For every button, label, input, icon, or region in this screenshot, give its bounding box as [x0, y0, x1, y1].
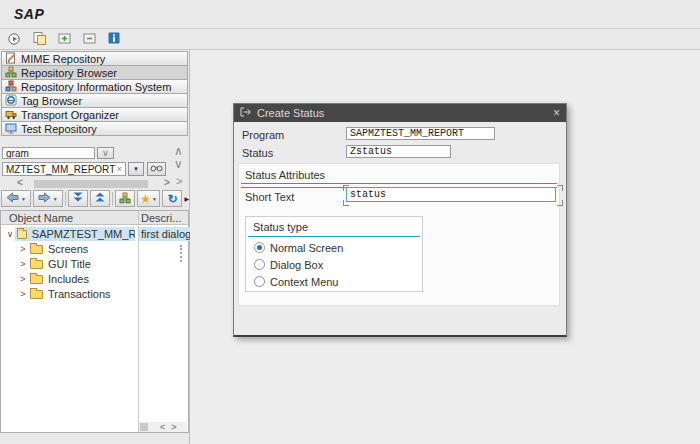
tree-row-transactions[interactable]: > Transactions — [18, 287, 113, 301]
tree-row-screens[interactable]: > Screens — [18, 242, 90, 256]
tree-collapsed-icon[interactable]: > — [18, 289, 28, 299]
status-attributes-title: Status Attributes — [245, 169, 325, 181]
scroll-down-icon[interactable]: ∨ — [174, 159, 183, 169]
move-up-button[interactable] — [90, 190, 110, 207]
dialog-body: Program SAPMZTEST_MM_REPORT Status Zstat… — [234, 122, 566, 335]
column-header-object-name[interactable]: Object Name — [9, 212, 73, 224]
copy-page-icon — [32, 31, 47, 48]
favorites-button[interactable]: ★ ▼ — [137, 190, 161, 207]
refresh-button[interactable]: ↻ — [162, 190, 182, 207]
sidebar-item-transport-organizer[interactable]: Transport Organizer — [1, 107, 188, 122]
program-label: Program — [242, 129, 284, 141]
section-divider — [248, 236, 420, 237]
tree-collapsed-icon[interactable]: > — [18, 259, 28, 269]
collapse-all-button[interactable] — [79, 30, 99, 49]
sidebar-item-label: Test Repository — [21, 123, 97, 135]
tree-header-row: Object Name Descri... — [1, 211, 188, 225]
radio-dialog-box[interactable] — [254, 259, 265, 270]
hscroll-left-arrow[interactable]: < — [160, 422, 165, 432]
status-field[interactable]: Zstatus — [346, 145, 451, 158]
description-scroll-thumb[interactable] — [180, 245, 185, 262]
clock-icon — [7, 31, 22, 48]
forward-button[interactable]: ▼ — [33, 190, 63, 207]
expand-plus-icon — [57, 31, 72, 48]
tree-root-cell[interactable]: SAPMZTEST_MM_REPORT — [15, 227, 135, 241]
tree-item-label: Transactions — [46, 288, 113, 300]
info-button[interactable] — [104, 30, 124, 49]
star-icon: ★ — [140, 193, 151, 205]
tree-item-label: GUI Title — [46, 258, 93, 270]
repository-browser-icon — [5, 66, 17, 80]
hscroll-thumb[interactable] — [34, 180, 148, 188]
radio-normal-screen-label[interactable]: Normal Screen — [270, 242, 343, 254]
tree-root-name: SAPMZTEST_MM_REPORT — [30, 228, 135, 240]
tree-toolbar: ▼ ▼ ★ ▼ ↻ ▶ — [1, 190, 189, 207]
hscroll-left-arrow[interactable]: < — [17, 178, 23, 188]
hscroll-right-arrow[interactable]: > — [171, 422, 176, 432]
tree-collapsed-icon[interactable]: > — [18, 244, 28, 254]
radio-context-menu-label[interactable]: Context Menu — [270, 276, 338, 288]
focus-handle — [343, 185, 349, 191]
move-down-button[interactable] — [68, 190, 88, 207]
copy-page-button[interactable] — [29, 30, 49, 49]
tree-row-root[interactable]: ∨ SAPMZTEST_MM_REPORT first dialog pr — [1, 227, 187, 241]
sidebar-item-repository-information-system[interactable]: Repository Information System — [1, 79, 188, 94]
expand-all-button[interactable] — [54, 30, 74, 49]
program-field[interactable]: SAPMZTEST_MM_REPORT — [346, 127, 495, 140]
create-status-icon — [240, 107, 252, 119]
status-type-title: Status type — [253, 221, 308, 233]
focus-handle — [557, 185, 563, 191]
sidebar-item-test-repository[interactable]: Test Repository — [1, 121, 188, 136]
scroll-right-icon[interactable]: > — [176, 176, 182, 186]
column-divider[interactable] — [138, 211, 139, 432]
forward-arrow-icon — [38, 192, 51, 205]
status-attributes-panel: Status Attributes Short Text status Stat… — [238, 163, 560, 306]
object-name-input[interactable]: MZTEST_MM_REPORT × — [2, 162, 126, 176]
back-arrow-icon — [6, 192, 19, 205]
sidebar-item-label: Tag Browser — [21, 95, 82, 107]
short-text-field[interactable]: status — [346, 187, 556, 202]
radio-dialog-box-label[interactable]: Dialog Box — [270, 259, 323, 271]
transport-organizer-icon — [5, 108, 17, 122]
repository-information-system-icon — [5, 80, 17, 94]
object-name-value: MZTEST_MM_REPORT — [6, 164, 115, 175]
sidebar-item-mime-repository[interactable]: MIME Repository — [1, 51, 188, 66]
close-icon[interactable]: × — [553, 107, 560, 119]
clear-icon[interactable]: × — [117, 164, 122, 174]
folder-icon — [30, 290, 43, 299]
sidebar-item-label: Transport Organizer — [21, 109, 119, 121]
hierarchy-button[interactable] — [115, 190, 135, 207]
sidebar-item-label: Repository Browser — [21, 67, 117, 79]
clock-button[interactable] — [4, 30, 24, 49]
object-history-dropdown-button[interactable]: ▼ — [128, 162, 144, 176]
window-title-bar: SAP — [0, 0, 700, 29]
dialog-title: Create Status — [257, 107, 324, 119]
sidebar-item-repository-browser[interactable]: Repository Browser — [1, 65, 188, 80]
tree-row-gui-title[interactable]: > GUI Title — [18, 257, 93, 271]
search-button[interactable] — [147, 162, 166, 176]
refresh-icon: ↻ — [167, 193, 177, 205]
sidebar-item-label: Repository Information System — [21, 81, 171, 93]
tree-item-label: Screens — [46, 243, 90, 255]
category-dropdown-button[interactable]: ∨ — [97, 147, 114, 159]
tree-row-includes[interactable]: > Includes — [18, 272, 91, 286]
tree-collapsed-icon[interactable]: > — [18, 274, 28, 284]
info-icon — [107, 31, 121, 47]
scroll-up-icon[interactable]: ∧ — [174, 146, 183, 156]
toolbar-overflow-icon[interactable]: ▶ — [184, 195, 189, 202]
radio-normal-screen[interactable] — [254, 242, 265, 253]
object-category-combo[interactable]: gram — [2, 147, 95, 159]
hscroll-right-arrow[interactable]: > — [164, 178, 170, 188]
collapse-minus-icon — [82, 31, 97, 48]
status-type-groupbox: Status type Normal Screen Dialog Box Con… — [245, 216, 423, 292]
tree-item-label: Includes — [46, 273, 91, 285]
tree-expanded-icon[interactable]: ∨ — [5, 229, 15, 239]
column-header-description[interactable]: Descri... — [141, 212, 181, 224]
back-button[interactable]: ▼ — [1, 190, 31, 207]
sidebar-item-tag-browser[interactable]: Tag Browser — [1, 93, 188, 108]
double-chevron-up-icon — [94, 192, 106, 205]
dialog-title-bar[interactable]: Create Status × — [234, 104, 566, 122]
description-hscroll-thumb[interactable] — [140, 423, 148, 431]
dropdown-icon: ▼ — [133, 166, 139, 172]
radio-context-menu[interactable] — [254, 276, 265, 287]
